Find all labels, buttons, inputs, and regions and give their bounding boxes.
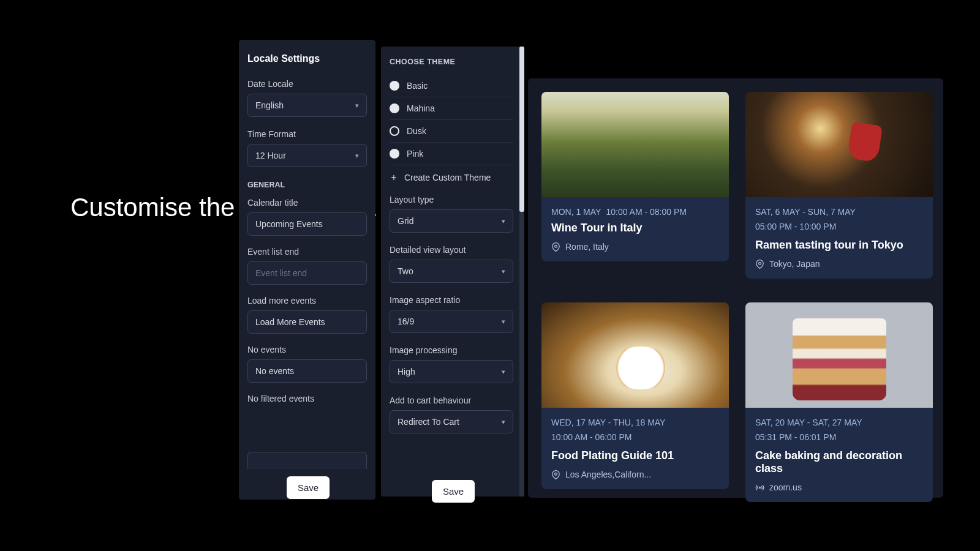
chevron-down-icon: ▾ (502, 368, 505, 376)
broadcast-icon (755, 483, 764, 492)
aspect-ratio-select[interactable]: 16/9 ▾ (390, 310, 513, 333)
radio-icon (390, 103, 399, 113)
event-card[interactable]: MON, 1 MAY10:00 AM - 08:00 PM Wine Tour … (541, 92, 729, 261)
event-image (745, 302, 933, 408)
create-custom-theme-label: Create Custom Theme (404, 173, 491, 182)
event-list-end-input[interactable]: Event list end (247, 261, 367, 285)
event-location: Rome, Italy (551, 242, 719, 252)
event-card[interactable]: SAT, 20 MAY - SAT, 27 MAY 05:31 PM - 06:… (745, 302, 933, 502)
general-section-label: GENERAL (247, 181, 367, 189)
plus-icon: + (390, 173, 398, 182)
radio-icon (390, 81, 399, 91)
event-title: Ramen tasting tour in Tokyo (755, 239, 923, 252)
aspect-ratio-value: 16/9 (398, 317, 414, 326)
load-more-label: Load more events (247, 296, 367, 305)
chevron-down-icon: ▾ (502, 217, 505, 225)
theme-option-dusk[interactable]: Dusk (390, 120, 513, 143)
svg-point-2 (555, 473, 557, 475)
no-events-input[interactable]: No events (247, 359, 367, 383)
calendar-title-label: Calendar title (247, 198, 367, 208)
add-to-cart-value: Redirect To Cart (398, 417, 459, 427)
event-image (541, 92, 729, 197)
map-pin-icon (755, 260, 764, 269)
time-format-label: Time Format (247, 129, 367, 139)
layout-type-label: Layout type (390, 195, 513, 204)
event-title: Cake baking and decoration class (755, 449, 923, 475)
date-locale-select[interactable]: English ▾ (247, 94, 367, 117)
theme-dusk-label: Dusk (407, 126, 426, 136)
no-events-value: No events (255, 366, 294, 376)
chevron-down-icon: ▾ (502, 318, 505, 326)
detailed-view-select[interactable]: Two ▾ (390, 260, 513, 283)
event-title: Wine Tour in Italy (551, 222, 719, 234)
theme-settings-panel: CHOOSE THEME Basic Mahina Dusk Pink + Cr… (381, 47, 522, 497)
choose-theme-label: CHOOSE THEME (390, 58, 513, 66)
event-time: 05:00 PM - 10:00 PM (755, 222, 923, 231)
svg-point-0 (555, 245, 557, 247)
no-filtered-label: No filtered events (247, 394, 367, 403)
detailed-view-label: Detailed view layout (390, 245, 513, 255)
scrollbar-track[interactable] (519, 47, 524, 497)
event-time: 05:31 PM - 06:01 PM (755, 432, 923, 442)
scrollbar-thumb[interactable] (519, 47, 524, 212)
time-format-value: 12 Hour (255, 151, 286, 160)
theme-pink-label: Pink (407, 149, 423, 159)
map-pin-icon (551, 242, 560, 252)
load-more-input[interactable]: Load More Events (247, 310, 367, 334)
save-button[interactable]: Save (287, 476, 330, 499)
event-date: WED, 17 MAY - THU, 18 MAY (551, 418, 719, 427)
no-filtered-input[interactable] (247, 452, 367, 469)
event-datetime: MON, 1 MAY10:00 AM - 08:00 PM (551, 207, 719, 217)
event-date: SAT, 20 MAY - SAT, 27 MAY (755, 418, 923, 427)
date-locale-label: Date Locale (247, 79, 367, 89)
event-date: SAT, 6 MAY - SUN, 7 MAY (755, 207, 923, 217)
calendar-title-value: Upcoming Events (255, 219, 323, 229)
chevron-down-icon: ▾ (355, 152, 359, 160)
add-to-cart-label: Add to cart behaviour (390, 395, 513, 405)
event-time: 10:00 AM - 06:00 PM (551, 432, 719, 442)
image-processing-label: Image processing (390, 345, 513, 355)
image-processing-value: High (398, 367, 415, 377)
event-location: Los Angeles,Californ... (551, 470, 719, 479)
layout-type-value: Grid (398, 216, 413, 226)
event-list-end-placeholder: Event list end (255, 268, 307, 278)
image-processing-select[interactable]: High ▾ (390, 360, 513, 383)
theme-basic-label: Basic (407, 81, 428, 91)
event-location: zoom.us (755, 482, 923, 492)
layout-type-select[interactable]: Grid ▾ (390, 209, 513, 233)
radio-icon (390, 149, 399, 159)
load-more-value: Load More Events (255, 317, 325, 327)
theme-option-basic[interactable]: Basic (390, 75, 513, 97)
event-card[interactable]: WED, 17 MAY - THU, 18 MAY 10:00 AM - 06:… (541, 302, 729, 489)
chevron-down-icon: ▾ (502, 268, 505, 276)
detailed-view-value: Two (398, 266, 413, 276)
svg-point-1 (759, 262, 761, 264)
event-image (541, 302, 729, 408)
time-format-select[interactable]: 12 Hour ▾ (247, 144, 367, 167)
add-to-cart-select[interactable]: Redirect To Cart ▾ (390, 410, 513, 433)
theme-mahina-label: Mahina (407, 103, 435, 113)
event-image (745, 92, 933, 197)
event-location: Tokyo, Japan (755, 259, 923, 269)
chevron-down-icon: ▾ (502, 418, 505, 426)
locale-settings-title: Locale Settings (247, 53, 367, 64)
chevron-down-icon: ▾ (355, 102, 359, 110)
radio-icon (390, 126, 399, 136)
calendar-title-input[interactable]: Upcoming Events (247, 212, 367, 236)
event-title: Food Plating Guide 101 (551, 449, 719, 462)
theme-option-pink[interactable]: Pink (390, 143, 513, 165)
aspect-ratio-label: Image aspect ratio (390, 295, 513, 305)
save-button[interactable]: Save (432, 480, 475, 503)
svg-point-3 (760, 487, 761, 488)
locale-settings-panel: Locale Settings Date Locale English ▾ Ti… (239, 40, 375, 500)
create-custom-theme-button[interactable]: + Create Custom Theme (390, 165, 513, 195)
theme-option-mahina[interactable]: Mahina (390, 97, 513, 120)
map-pin-icon (551, 470, 560, 479)
event-card[interactable]: SAT, 6 MAY - SUN, 7 MAY 05:00 PM - 10:00… (745, 92, 933, 279)
date-locale-value: English (255, 100, 284, 110)
event-list-end-label: Event list end (247, 247, 367, 257)
no-events-label: No events (247, 345, 367, 354)
